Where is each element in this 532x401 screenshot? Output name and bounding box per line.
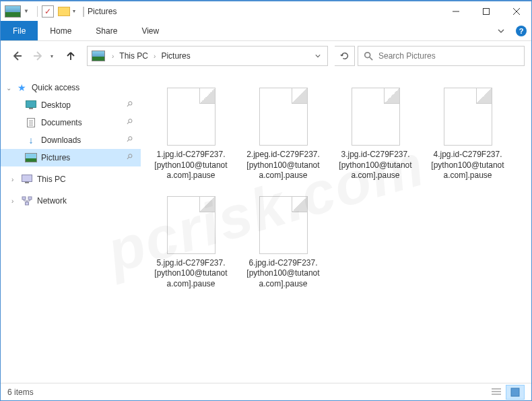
location-icon	[92, 51, 105, 61]
maximize-icon	[483, 8, 490, 15]
help-button[interactable]: ?	[511, 21, 531, 40]
file-name: 6.jpg.id-C279F237.[python100@tutanota.co…	[246, 258, 321, 290]
tab-view[interactable]: View	[129, 21, 171, 40]
file-item[interactable]: 1.jpg.id-C279F237.[python100@tutanota.co…	[149, 83, 233, 186]
pin-icon: ⚲	[124, 151, 137, 164]
ribbon: File Home Share View ?	[1, 21, 531, 41]
svg-rect-10	[22, 197, 26, 199]
qa-customize-dropdown-icon[interactable]: ▾	[73, 8, 75, 14]
file-icon	[444, 88, 492, 146]
recent-locations-dropdown[interactable]: ▾	[51, 53, 59, 59]
address-bar[interactable]: › This PC › Pictures	[87, 46, 328, 66]
search-icon	[364, 51, 373, 61]
picture-icon	[25, 152, 37, 163]
file-icon	[167, 196, 215, 254]
svg-rect-12	[26, 202, 29, 205]
file-item[interactable]: 5.jpg.id-C279F237.[python100@tutanota.co…	[149, 191, 233, 295]
back-button[interactable]	[7, 47, 26, 65]
expand-icon[interactable]: ›	[11, 197, 21, 205]
forward-button[interactable]	[29, 47, 48, 65]
chevron-right-icon[interactable]: ›	[108, 53, 118, 60]
tree-network[interactable]: › Network	[1, 192, 141, 210]
expand-icon[interactable]: ›	[11, 176, 21, 183]
tree-this-pc[interactable]: › This PC	[1, 171, 141, 188]
navigation-bar: ▾ › This PC › Pictures	[1, 41, 531, 71]
svg-rect-11	[28, 197, 32, 199]
up-button[interactable]	[61, 47, 80, 65]
tree-label: Pictures	[41, 153, 126, 162]
file-menu[interactable]: File	[1, 21, 38, 40]
tree-item-desktop[interactable]: Desktop ⚲	[1, 96, 141, 114]
file-icon	[259, 88, 308, 146]
tree-label: Network	[37, 196, 135, 206]
status-bar: 6 items	[1, 383, 531, 400]
breadcrumb-pictures[interactable]: Pictures	[160, 49, 191, 63]
tree-quick-access[interactable]: ⌄ ★ Quick access	[1, 79, 141, 96]
properties-button[interactable]: ✓	[42, 5, 54, 18]
chevron-right-icon[interactable]: ›	[149, 53, 160, 60]
file-name: 1.jpg.id-C279F237.[python100@tutanota.co…	[154, 150, 228, 181]
svg-rect-8	[22, 175, 32, 182]
svg-rect-6	[26, 101, 36, 108]
item-count: 6 items	[7, 388, 34, 397]
refresh-icon	[340, 51, 350, 61]
svg-rect-1	[483, 8, 489, 14]
tab-home[interactable]: Home	[38, 21, 84, 40]
minimize-button[interactable]	[440, 1, 471, 22]
minimize-icon	[453, 8, 459, 15]
collapse-icon[interactable]: ⌄	[6, 84, 15, 92]
details-view-button[interactable]	[487, 385, 506, 400]
window-controls	[440, 1, 531, 22]
tab-share[interactable]: Share	[84, 21, 129, 40]
file-name: 5.jpg.id-C279F237.[python100@tutanota.co…	[154, 258, 228, 290]
tree-label: Documents	[41, 118, 126, 127]
view-toggle	[487, 385, 525, 400]
file-icon	[167, 88, 215, 146]
file-list[interactable]: 1.jpg.id-C279F237.[python100@tutanota.co…	[141, 71, 531, 384]
file-item[interactable]: 3.jpg.id-C279F237.[python100@tutanota.co…	[333, 83, 418, 186]
chevron-down-icon	[315, 53, 321, 59]
star-icon: ★	[15, 82, 28, 93]
pin-icon: ⚲	[124, 98, 137, 111]
details-view-icon	[492, 388, 501, 397]
file-item[interactable]: 4.jpg.id-C279F237.[python100@tutanota.co…	[426, 83, 510, 186]
icons-view-icon	[510, 388, 520, 397]
help-icon: ?	[516, 26, 527, 36]
file-name: 2.jpeg.id-C279F237.[python100@tutanota.c…	[246, 150, 321, 181]
pc-icon	[21, 174, 33, 185]
pin-icon: ⚲	[124, 133, 137, 146]
app-menu-dropdown-icon[interactable]: ▼	[24, 8, 29, 14]
tree-item-downloads[interactable]: ↓ Downloads ⚲	[1, 131, 141, 149]
tree-label: Desktop	[41, 100, 126, 110]
main-content: ⌄ ★ Quick access Desktop ⚲ Documents ⚲ ↓…	[1, 71, 531, 384]
close-button[interactable]	[501, 1, 531, 22]
address-dropdown[interactable]	[310, 53, 326, 60]
quick-access-toolbar: ▼ ✓ ▾	[5, 5, 79, 18]
close-icon	[513, 8, 520, 15]
separator	[37, 6, 38, 17]
svg-line-5	[370, 57, 372, 60]
arrow-left-icon	[11, 51, 22, 61]
tree-item-pictures[interactable]: Pictures ⚲	[1, 149, 141, 166]
file-name: 3.jpg.id-C279F237.[python100@tutanota.co…	[338, 150, 413, 181]
title-bar: ▼ ✓ ▾ | Pictures	[1, 1, 531, 21]
title-separator: |	[82, 5, 85, 18]
maximize-button[interactable]	[471, 1, 501, 22]
file-item[interactable]: 2.jpeg.id-C279F237.[python100@tutanota.c…	[241, 83, 325, 186]
search-input[interactable]	[378, 51, 519, 61]
breadcrumb-this-pc[interactable]: This PC	[118, 49, 149, 63]
tree-item-documents[interactable]: Documents ⚲	[1, 114, 141, 131]
pin-icon: ⚲	[124, 116, 137, 129]
ribbon-expand-button[interactable]	[491, 21, 511, 40]
refresh-button[interactable]	[335, 46, 355, 66]
document-icon	[25, 117, 37, 128]
search-box[interactable]	[358, 46, 525, 66]
file-item[interactable]: 6.jpg.id-C279F237.[python100@tutanota.co…	[241, 191, 325, 295]
large-icons-view-button[interactable]	[506, 385, 525, 400]
window-title: Pictures	[88, 7, 117, 16]
monitor-icon	[25, 100, 37, 111]
chevron-down-icon	[498, 28, 504, 34]
app-icon	[5, 5, 21, 18]
svg-rect-9	[25, 182, 29, 183]
new-folder-button[interactable]	[58, 7, 70, 16]
